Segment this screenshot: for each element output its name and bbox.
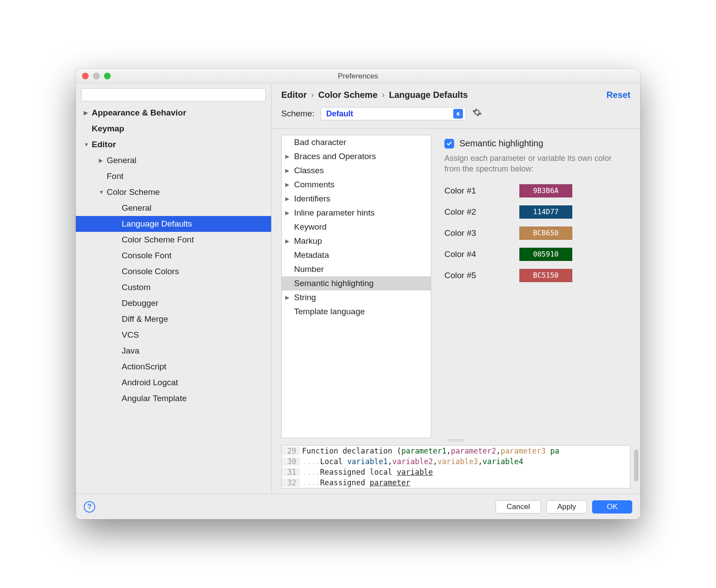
scheme-select[interactable]: Default — [321, 107, 466, 120]
swatch-label: Color #5 — [444, 271, 519, 280]
sidebar-item[interactable]: Diff & Merge — [76, 311, 271, 327]
chevron-right-icon: › — [382, 90, 384, 100]
category-item[interactable]: Template language — [282, 305, 431, 319]
category-item[interactable]: Metadata — [282, 248, 431, 262]
chevron-right-icon: ▶ — [285, 182, 294, 188]
chevron-right-icon: ▶ — [285, 238, 294, 244]
apply-button[interactable]: Apply — [546, 500, 587, 514]
sidebar-item-label: Java — [122, 346, 139, 356]
category-item[interactable]: ▶String — [282, 290, 431, 305]
reset-link[interactable]: Reset — [607, 90, 630, 100]
gear-icon[interactable] — [472, 108, 482, 120]
color-swatch[interactable]: 114D77 — [519, 205, 572, 219]
sidebar-item[interactable]: ▶General — [76, 153, 271, 168]
chevron-icon: ▼ — [84, 141, 92, 148]
category-item[interactable]: ▶Inline parameter hints — [282, 206, 431, 220]
sidebar-item-label: General — [122, 203, 152, 213]
category-item[interactable]: Keyword — [282, 220, 431, 234]
semantic-hint: Assign each parameter or variable its ow… — [444, 153, 627, 175]
preferences-window: Preferences ▾ ▶Appearance & BehaviorKeym… — [76, 69, 640, 519]
color-swatch-row: Color #3BC8650 — [444, 227, 627, 240]
color-swatch-row: Color #4005910 — [444, 248, 627, 261]
category-item[interactable]: Number — [282, 262, 431, 276]
sidebar-item[interactable]: Keymap — [76, 121, 271, 137]
chevron-icon: ▼ — [99, 189, 107, 195]
scheme-label: Scheme: — [281, 109, 314, 119]
sidebar-item[interactable]: Language Defaults — [76, 216, 271, 232]
code-line: 30....Local variable1,variable2,variable… — [282, 456, 630, 467]
sidebar-item[interactable]: Font — [76, 168, 271, 184]
chevron-right-icon: ▶ — [285, 210, 294, 216]
cancel-button[interactable]: Cancel — [496, 500, 541, 514]
ok-button[interactable]: OK — [592, 500, 632, 514]
chevron-right-icon: ▶ — [285, 153, 294, 160]
color-swatch-row: Color #5BC5150 — [444, 269, 627, 282]
code-line: 32....Reassigned parameter — [282, 477, 630, 488]
swatch-label: Color #3 — [444, 228, 519, 238]
scrollbar-thumb[interactable] — [634, 450, 638, 481]
sidebar-item[interactable]: Color Scheme Font — [76, 232, 271, 248]
sidebar-item-label: Font — [107, 171, 123, 181]
sidebar-item[interactable]: Java — [76, 343, 271, 359]
sidebar-item[interactable]: Debugger — [76, 295, 271, 311]
main-panel: Editor › Color Scheme › Language Default… — [272, 84, 640, 494]
sidebar-item[interactable]: Android Logcat — [76, 375, 271, 391]
sidebar-item[interactable]: Angular Template — [76, 391, 271, 406]
sidebar-item-label: Editor — [92, 140, 116, 149]
color-swatch[interactable]: 9B3B6A — [519, 184, 572, 197]
line-number: 29 — [282, 447, 299, 455]
category-label: Keyword — [294, 222, 327, 232]
sidebar-item[interactable]: ▼Editor — [76, 137, 271, 153]
color-swatch[interactable]: BC5150 — [519, 269, 572, 282]
code-line: 29Function declaration (parameter1,param… — [282, 446, 630, 456]
color-swatch-row: Color #2114D77 — [444, 205, 627, 219]
sidebar-item[interactable]: Console Colors — [76, 264, 271, 279]
color-swatch[interactable]: 005910 — [519, 248, 572, 261]
sidebar-item[interactable]: ActionScript — [76, 359, 271, 375]
category-label: Identifiers — [294, 194, 330, 204]
category-label: Template language — [294, 307, 365, 316]
footer: ? Cancel Apply OK — [76, 494, 640, 519]
category-item[interactable]: Semantic highlighting — [282, 276, 431, 290]
chevron-right-icon: ▶ — [285, 167, 294, 174]
category-item[interactable]: ▶Braces and Operators — [282, 149, 431, 164]
sidebar-item[interactable]: ▼Color Scheme — [76, 184, 271, 200]
category-item[interactable]: ▶Identifiers — [282, 192, 431, 206]
chevron-right-icon: ▶ — [285, 294, 294, 301]
semantic-checkbox[interactable] — [444, 139, 454, 149]
category-item[interactable]: ▶Markup — [282, 234, 431, 248]
code-preview: 29Function declaration (parameter1,param… — [281, 445, 630, 488]
swatch-label: Color #2 — [444, 207, 519, 217]
settings-tree[interactable]: ▶Appearance & BehaviorKeymap▼Editor▶Gene… — [76, 105, 271, 494]
search-input[interactable] — [81, 88, 266, 101]
sidebar-item-label: ActionScript — [122, 362, 166, 372]
sidebar-item[interactable]: ▶Appearance & Behavior — [76, 105, 271, 121]
help-icon[interactable]: ? — [84, 501, 95, 513]
category-list[interactable]: Bad character▶Braces and Operators▶Class… — [281, 135, 431, 438]
sidebar-item-label: General — [107, 156, 137, 165]
category-item[interactable]: ▶Comments — [282, 178, 431, 192]
category-label: Semantic highlighting — [294, 279, 374, 288]
category-label: Comments — [294, 180, 335, 190]
sidebar-item-label: Language Defaults — [122, 219, 192, 229]
sidebar-item[interactable]: Console Font — [76, 248, 271, 264]
sidebar-item[interactable]: VCS — [76, 327, 271, 343]
color-swatch[interactable]: BC8650 — [519, 227, 572, 240]
sidebar-item[interactable]: Custom — [76, 279, 271, 295]
splitter-handle[interactable] — [272, 438, 640, 443]
sidebar-item-label: Keymap — [92, 124, 124, 134]
sidebar: ▾ ▶Appearance & BehaviorKeymap▼Editor▶Ge… — [76, 84, 272, 494]
sidebar-item[interactable]: General — [76, 200, 271, 216]
category-item[interactable]: Bad character — [282, 135, 431, 149]
semantic-checkbox-label: Semantic highlighting — [459, 138, 543, 149]
chevron-icon: ▶ — [84, 110, 92, 116]
code-line: 31....Reassigned local variable — [282, 467, 630, 477]
line-number: 30 — [282, 457, 299, 466]
line-number: 31 — [282, 468, 299, 476]
window-title: Preferences — [76, 72, 640, 81]
category-label: String — [294, 293, 316, 302]
semantic-panel: Semantic highlighting Assign each parame… — [444, 135, 630, 438]
chevron-icon: ▶ — [99, 157, 107, 164]
category-item[interactable]: ▶Classes — [282, 164, 431, 178]
sidebar-item-label: Appearance & Behavior — [92, 108, 186, 118]
